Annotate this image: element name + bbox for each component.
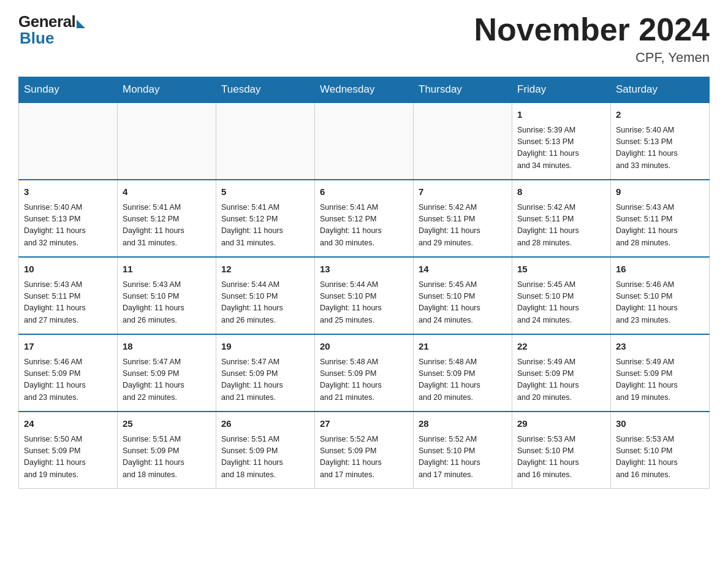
- calendar-header-day: Wednesday: [315, 77, 414, 103]
- day-info: Sunrise: 5:42 AMSunset: 5:11 PMDaylight:…: [419, 202, 507, 250]
- calendar-day-cell: 17Sunrise: 5:46 AMSunset: 5:09 PMDayligh…: [19, 334, 118, 412]
- calendar-day-cell: 24Sunrise: 5:50 AMSunset: 5:09 PMDayligh…: [19, 412, 118, 489]
- day-info: Sunrise: 5:41 AMSunset: 5:12 PMDaylight:…: [320, 202, 408, 250]
- day-info: Sunrise: 5:43 AMSunset: 5:11 PMDaylight:…: [616, 202, 704, 250]
- day-number: 8: [517, 185, 605, 199]
- day-info: Sunrise: 5:53 AMSunset: 5:10 PMDaylight:…: [616, 434, 704, 481]
- calendar-header-day: Friday: [512, 77, 611, 103]
- calendar-header-day: Sunday: [19, 77, 118, 103]
- calendar-day-cell: 10Sunrise: 5:43 AMSunset: 5:11 PMDayligh…: [19, 257, 118, 334]
- calendar-day-cell: [19, 102, 118, 180]
- day-info: Sunrise: 5:49 AMSunset: 5:09 PMDaylight:…: [616, 356, 704, 404]
- logo-blue-text: Blue: [20, 29, 54, 48]
- day-number: 1: [517, 108, 605, 122]
- day-info: Sunrise: 5:51 AMSunset: 5:09 PMDaylight:…: [221, 434, 309, 481]
- day-info: Sunrise: 5:49 AMSunset: 5:09 PMDaylight:…: [517, 356, 605, 404]
- calendar-day-cell: 26Sunrise: 5:51 AMSunset: 5:09 PMDayligh…: [216, 412, 315, 489]
- day-info: Sunrise: 5:44 AMSunset: 5:10 PMDaylight:…: [221, 279, 309, 327]
- day-info: Sunrise: 5:43 AMSunset: 5:11 PMDaylight:…: [24, 279, 112, 327]
- day-info: Sunrise: 5:46 AMSunset: 5:10 PMDaylight:…: [616, 279, 704, 327]
- calendar-day-cell: 13Sunrise: 5:44 AMSunset: 5:10 PMDayligh…: [315, 257, 414, 334]
- calendar-day-cell: 14Sunrise: 5:45 AMSunset: 5:10 PMDayligh…: [414, 257, 512, 334]
- day-number: 7: [419, 185, 507, 199]
- day-info: Sunrise: 5:39 AMSunset: 5:13 PMDaylight:…: [517, 124, 605, 172]
- day-number: 26: [221, 417, 309, 431]
- logo: General Blue: [18, 12, 85, 48]
- calendar-table: SundayMondayTuesdayWednesdayThursdayFrid…: [18, 77, 710, 489]
- day-info: Sunrise: 5:44 AMSunset: 5:10 PMDaylight:…: [320, 279, 408, 327]
- day-number: 21: [419, 340, 507, 354]
- day-number: 23: [616, 340, 704, 354]
- calendar-day-cell: 18Sunrise: 5:47 AMSunset: 5:09 PMDayligh…: [118, 334, 216, 412]
- calendar-day-cell: 16Sunrise: 5:46 AMSunset: 5:10 PMDayligh…: [611, 257, 710, 334]
- title-area: November 2024 CPF, Yemen: [474, 12, 710, 66]
- calendar-header-day: Tuesday: [216, 77, 315, 103]
- day-info: Sunrise: 5:53 AMSunset: 5:10 PMDaylight:…: [517, 434, 605, 481]
- day-info: Sunrise: 5:42 AMSunset: 5:11 PMDaylight:…: [517, 202, 605, 250]
- day-info: Sunrise: 5:41 AMSunset: 5:12 PMDaylight:…: [123, 202, 211, 250]
- day-info: Sunrise: 5:48 AMSunset: 5:09 PMDaylight:…: [320, 356, 408, 404]
- calendar-day-cell: 15Sunrise: 5:45 AMSunset: 5:10 PMDayligh…: [512, 257, 611, 334]
- calendar-day-cell: 7Sunrise: 5:42 AMSunset: 5:11 PMDaylight…: [414, 180, 512, 257]
- day-number: 11: [123, 262, 211, 277]
- day-info: Sunrise: 5:48 AMSunset: 5:09 PMDaylight:…: [419, 356, 507, 404]
- calendar-header-row: SundayMondayTuesdayWednesdayThursdayFrid…: [19, 77, 710, 103]
- calendar-day-cell: 11Sunrise: 5:43 AMSunset: 5:10 PMDayligh…: [118, 257, 216, 334]
- day-number: 12: [221, 262, 309, 277]
- day-number: 22: [517, 340, 605, 354]
- calendar-day-cell: 27Sunrise: 5:52 AMSunset: 5:09 PMDayligh…: [315, 412, 414, 489]
- calendar-day-cell: [414, 102, 512, 180]
- calendar-day-cell: 21Sunrise: 5:48 AMSunset: 5:09 PMDayligh…: [414, 334, 512, 412]
- day-info: Sunrise: 5:52 AMSunset: 5:10 PMDaylight:…: [419, 434, 507, 481]
- calendar-day-cell: 6Sunrise: 5:41 AMSunset: 5:12 PMDaylight…: [315, 180, 414, 257]
- day-number: 6: [320, 185, 408, 199]
- calendar-day-cell: 3Sunrise: 5:40 AMSunset: 5:13 PMDaylight…: [19, 180, 118, 257]
- day-number: 14: [419, 262, 507, 277]
- day-number: 18: [123, 340, 211, 354]
- day-number: 29: [517, 417, 605, 431]
- calendar-day-cell: 8Sunrise: 5:42 AMSunset: 5:11 PMDaylight…: [512, 180, 611, 257]
- day-info: Sunrise: 5:40 AMSunset: 5:13 PMDaylight:…: [616, 124, 704, 172]
- day-number: 17: [24, 340, 112, 354]
- day-info: Sunrise: 5:50 AMSunset: 5:09 PMDaylight:…: [24, 434, 112, 481]
- calendar-day-cell: 9Sunrise: 5:43 AMSunset: 5:11 PMDaylight…: [611, 180, 710, 257]
- calendar-week-row: 1Sunrise: 5:39 AMSunset: 5:13 PMDaylight…: [19, 102, 710, 180]
- day-number: 10: [24, 262, 112, 277]
- day-number: 20: [320, 340, 408, 354]
- day-number: 4: [123, 185, 211, 199]
- calendar-subtitle: CPF, Yemen: [474, 50, 710, 66]
- day-info: Sunrise: 5:45 AMSunset: 5:10 PMDaylight:…: [517, 279, 605, 327]
- day-number: 30: [616, 417, 704, 431]
- calendar-day-cell: 28Sunrise: 5:52 AMSunset: 5:10 PMDayligh…: [414, 412, 512, 489]
- calendar-day-cell: 19Sunrise: 5:47 AMSunset: 5:09 PMDayligh…: [216, 334, 315, 412]
- calendar-week-row: 3Sunrise: 5:40 AMSunset: 5:13 PMDaylight…: [19, 180, 710, 257]
- calendar-day-cell: 4Sunrise: 5:41 AMSunset: 5:12 PMDaylight…: [118, 180, 216, 257]
- calendar-header-day: Saturday: [611, 77, 710, 103]
- calendar-header-day: Thursday: [414, 77, 512, 103]
- day-number: 16: [616, 262, 704, 277]
- calendar-day-cell: 25Sunrise: 5:51 AMSunset: 5:09 PMDayligh…: [118, 412, 216, 489]
- calendar-day-cell: [315, 102, 414, 180]
- calendar-day-cell: 5Sunrise: 5:41 AMSunset: 5:12 PMDaylight…: [216, 180, 315, 257]
- calendar-week-row: 17Sunrise: 5:46 AMSunset: 5:09 PMDayligh…: [19, 334, 710, 412]
- day-number: 3: [24, 185, 112, 199]
- day-info: Sunrise: 5:47 AMSunset: 5:09 PMDaylight:…: [123, 356, 211, 404]
- calendar-day-cell: [216, 102, 315, 180]
- day-info: Sunrise: 5:47 AMSunset: 5:09 PMDaylight:…: [221, 356, 309, 404]
- day-number: 28: [419, 417, 507, 431]
- day-number: 13: [320, 262, 408, 277]
- calendar-day-cell: 23Sunrise: 5:49 AMSunset: 5:09 PMDayligh…: [611, 334, 710, 412]
- day-number: 19: [221, 340, 309, 354]
- day-info: Sunrise: 5:40 AMSunset: 5:13 PMDaylight:…: [24, 202, 112, 250]
- calendar-day-cell: 22Sunrise: 5:49 AMSunset: 5:09 PMDayligh…: [512, 334, 611, 412]
- day-number: 5: [221, 185, 309, 199]
- calendar-title: November 2024: [474, 12, 710, 47]
- day-info: Sunrise: 5:46 AMSunset: 5:09 PMDaylight:…: [24, 356, 112, 404]
- day-info: Sunrise: 5:52 AMSunset: 5:09 PMDaylight:…: [320, 434, 408, 481]
- calendar-day-cell: [118, 102, 216, 180]
- calendar-week-row: 10Sunrise: 5:43 AMSunset: 5:11 PMDayligh…: [19, 257, 710, 334]
- day-number: 2: [616, 108, 704, 122]
- calendar-day-cell: 29Sunrise: 5:53 AMSunset: 5:10 PMDayligh…: [512, 412, 611, 489]
- day-info: Sunrise: 5:45 AMSunset: 5:10 PMDaylight:…: [419, 279, 507, 327]
- calendar-day-cell: 20Sunrise: 5:48 AMSunset: 5:09 PMDayligh…: [315, 334, 414, 412]
